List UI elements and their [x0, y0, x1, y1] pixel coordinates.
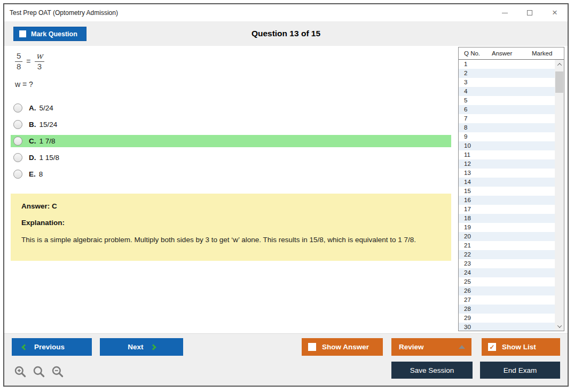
show-list-checkbox-icon[interactable]: ✓: [488, 343, 496, 351]
question-list-row[interactable]: 6: [459, 105, 555, 114]
question-list-row[interactable]: 11: [459, 150, 555, 159]
question-list-row[interactable]: 18: [459, 214, 555, 223]
question-list-row[interactable]: 9: [459, 132, 555, 141]
question-list-row[interactable]: 13: [459, 169, 555, 178]
question-counter: Question 13 of 15: [4, 21, 568, 46]
chevron-left-icon: [21, 344, 27, 350]
option-B[interactable]: B.15/24: [11, 118, 451, 131]
question-list-row[interactable]: 29: [459, 314, 555, 323]
option-D[interactable]: D.1 15/8: [11, 151, 451, 164]
question-area: 5 8 = w 3 w = ? A.5/24B.15/24C.1 7/8D.1 …: [4, 46, 568, 333]
fraction-lhs: 5 8: [15, 51, 22, 72]
next-button[interactable]: Next: [100, 338, 183, 356]
maximize-button[interactable]: [525, 9, 534, 17]
radio-button[interactable]: [13, 137, 22, 146]
zoom-controls: [13, 365, 65, 379]
chevron-right-icon: [150, 344, 156, 350]
radio-button[interactable]: [13, 153, 22, 162]
answer-line: Answer: C: [21, 202, 441, 210]
radio-button[interactable]: [13, 103, 22, 113]
question-list-row[interactable]: 25: [459, 277, 555, 286]
header-bar: Question 13 of 15 Mark Question: [4, 21, 568, 46]
scrollbar-thumb[interactable]: [555, 71, 563, 93]
question-prompt: w = ?: [15, 80, 33, 89]
rhs-numerator: w: [35, 51, 45, 61]
chevron-down-icon: [557, 323, 561, 327]
close-button[interactable]: ×: [551, 9, 559, 17]
question-list-row[interactable]: 24: [459, 268, 555, 277]
question-list-row[interactable]: 19: [459, 223, 555, 232]
option-C[interactable]: C.1 7/8: [11, 135, 451, 147]
question-list-row[interactable]: 16: [459, 196, 555, 205]
question-list-row[interactable]: 21: [459, 241, 555, 250]
question-list-row[interactable]: 23: [459, 259, 555, 268]
chevron-up-icon: [557, 63, 561, 67]
option-A[interactable]: A.5/24: [11, 102, 451, 114]
equation: 5 8 = w 3: [15, 51, 44, 72]
show-list-button[interactable]: ✓ Show List: [482, 338, 560, 356]
equals-sign: =: [26, 57, 30, 66]
question-list-row[interactable]: 26: [459, 286, 555, 295]
end-exam-label: End Exam: [504, 366, 537, 374]
question-list-row[interactable]: 8: [459, 123, 555, 132]
checkmark-icon: ✓: [489, 344, 494, 350]
question-navigator-panel: Q No. Answer Marked 12345678910111213141…: [458, 47, 564, 331]
footer-bar: Previous Next Show Answer Review ✓ Show …: [4, 333, 568, 386]
maximize-icon: [527, 10, 532, 15]
question-list-row[interactable]: 10: [459, 141, 555, 150]
save-session-button[interactable]: Save Session: [391, 362, 473, 379]
show-answer-label: Show Answer: [322, 343, 369, 351]
previous-label: Previous: [34, 343, 65, 351]
scroll-down-button[interactable]: [555, 322, 564, 331]
radio-button[interactable]: [13, 120, 22, 129]
option-E[interactable]: E.8: [11, 168, 451, 180]
zoom-in-icon[interactable]: [13, 365, 27, 379]
question-list-row[interactable]: 22: [459, 250, 555, 259]
question-list-row[interactable]: 1: [459, 60, 555, 69]
option-letter: C.: [29, 137, 36, 145]
close-icon: ×: [552, 9, 557, 17]
question-list-row[interactable]: 27: [459, 295, 555, 305]
question-list-row[interactable]: 30: [459, 323, 555, 331]
minimize-button[interactable]: [500, 9, 509, 17]
mark-question-button[interactable]: Mark Question: [13, 27, 87, 41]
mark-question-label: Mark Question: [31, 30, 77, 38]
question-list-row[interactable]: 7: [459, 114, 555, 123]
previous-button[interactable]: Previous: [12, 338, 92, 356]
fraction-rhs: w 3: [35, 51, 45, 72]
options-list: A.5/24B.15/24C.1 7/8D.1 15/8E.8: [11, 102, 451, 185]
radio-button[interactable]: [13, 170, 22, 179]
scroll-up-button[interactable]: [555, 60, 564, 69]
question-list: 1234567891011121314151617181920212223242…: [459, 60, 555, 331]
question-list-row[interactable]: 2: [459, 69, 555, 78]
show-answer-checkbox-icon[interactable]: [308, 343, 316, 351]
question-list-row[interactable]: 5: [459, 96, 555, 105]
show-answer-button[interactable]: Show Answer: [302, 338, 383, 356]
show-list-label: Show List: [502, 343, 536, 351]
question-list-row[interactable]: 12: [459, 159, 555, 169]
question-list-row[interactable]: 3: [459, 78, 555, 87]
question-list-row[interactable]: 4: [459, 87, 555, 96]
mark-question-checkbox-icon[interactable]: [19, 30, 26, 37]
option-text: 15/24: [40, 121, 58, 129]
question-list-row[interactable]: 20: [459, 232, 555, 241]
column-header-answer: Answer: [492, 50, 532, 57]
review-button[interactable]: Review: [391, 338, 471, 356]
option-text: 1 7/8: [40, 137, 56, 145]
question-list-row[interactable]: 28: [459, 305, 555, 314]
option-letter: D.: [29, 154, 36, 162]
question-list-row[interactable]: 17: [459, 205, 555, 214]
navigator-header: Q No. Answer Marked: [459, 47, 564, 60]
column-header-qno: Q No.: [464, 50, 492, 57]
zoom-out-icon[interactable]: [51, 365, 65, 379]
end-exam-button[interactable]: End Exam: [480, 362, 560, 379]
option-text: 5/24: [40, 104, 53, 112]
question-list-row[interactable]: 14: [459, 178, 555, 187]
app-window: Test Prep OAT (Optometry Admission) × Qu…: [3, 3, 569, 387]
option-letter: A.: [29, 104, 36, 112]
screen: { "window": { "title": "Test Prep OAT (O…: [0, 0, 574, 392]
navigator-scrollbar[interactable]: [555, 60, 564, 331]
question-list-row[interactable]: 15: [459, 187, 555, 196]
zoom-reset-icon[interactable]: [32, 365, 46, 379]
next-label: Next: [128, 343, 143, 351]
